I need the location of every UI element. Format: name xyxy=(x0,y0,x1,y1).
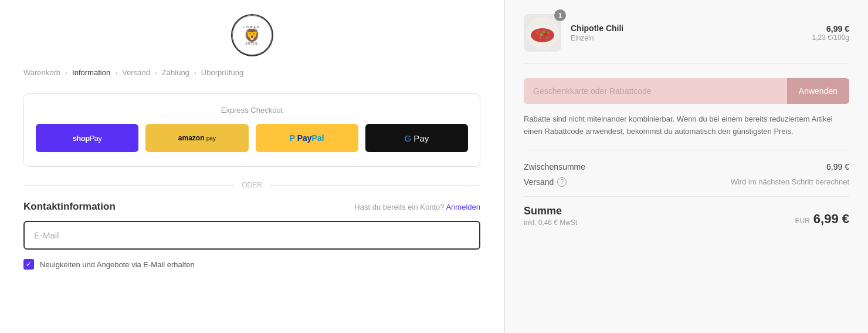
discount-row: Anwenden xyxy=(524,78,849,104)
right-panel: 1 Chipotle Chili Einzeln 6,99 € 1,23 €/1… xyxy=(504,0,868,333)
breadcrumb-sep-1: › xyxy=(65,69,67,77)
shipping-help-icon[interactable]: ? xyxy=(557,177,567,187)
subtotal-value: 6,99 € xyxy=(826,162,849,171)
logo-lion-icon: 🦁 xyxy=(244,29,260,42)
breadcrumb-warenkorb[interactable]: Warenkorb xyxy=(23,68,60,77)
summe-label: Summe xyxy=(524,205,577,217)
svg-point-6 xyxy=(540,33,542,36)
email-input-wrapper[interactable] xyxy=(23,221,480,250)
svg-point-4 xyxy=(539,36,541,39)
discount-input[interactable] xyxy=(524,78,787,104)
breadcrumb-zahlung[interactable]: Zahlung xyxy=(162,68,189,77)
contact-header: Kontaktinformation Hast du bereits ein K… xyxy=(23,201,480,213)
svg-point-2 xyxy=(536,31,540,35)
shipping-value: Wird im nächsten Schritt berechnet xyxy=(731,177,849,186)
or-divider: ODER xyxy=(23,181,480,189)
product-image-wrapper: 1 xyxy=(524,14,561,52)
summe-row: Summe inkl. 0,46 € MwSt EUR 6,99 € xyxy=(524,205,849,227)
svg-point-1 xyxy=(531,28,554,42)
product-price-unit: 1,23 €/100g xyxy=(812,33,849,42)
amazonpay-label: amazon pay xyxy=(178,134,216,142)
gpay-button[interactable]: G Pay xyxy=(365,124,468,152)
svg-point-9 xyxy=(546,36,548,39)
svg-point-8 xyxy=(535,35,538,38)
breadcrumb-sep-3: › xyxy=(155,69,157,77)
or-text: ODER xyxy=(242,181,262,189)
express-buttons: shopPay amazon pay P PayPal G Pay xyxy=(36,124,468,152)
svg-point-3 xyxy=(542,31,545,33)
svg-point-7 xyxy=(547,32,550,34)
summe-sub: inkl. 0,46 € MwSt xyxy=(524,218,577,227)
product-row: 1 Chipotle Chili Einzeln 6,99 € 1,23 €/1… xyxy=(524,14,849,64)
summe-left: Summe inkl. 0,46 € MwSt xyxy=(524,205,577,227)
breadcrumb: Warenkorb › Information › Versand › Zahl… xyxy=(23,68,480,77)
logo-inner: LÖWEN 🦁 ANTEIL xyxy=(232,15,272,55)
logo: LÖWEN 🦁 ANTEIL xyxy=(231,14,273,56)
shoppay-label: shopPay xyxy=(73,134,102,143)
product-variant: Einzeln xyxy=(571,34,803,42)
product-price-main: 6,99 € xyxy=(812,24,849,33)
breadcrumb-sep-2: › xyxy=(115,69,117,77)
breadcrumb-sep-4: › xyxy=(194,69,196,77)
product-quantity-badge: 1 xyxy=(554,9,566,21)
totals-divider xyxy=(524,196,849,197)
product-bowl-icon xyxy=(525,15,560,51)
subtotal-label: Zwischensumme xyxy=(524,162,585,171)
shipping-label: Versand ? xyxy=(524,177,567,187)
product-name: Chipotle Chili xyxy=(571,23,803,33)
logo-container: LÖWEN 🦁 ANTEIL xyxy=(23,14,480,56)
paypal-label: P PayPal xyxy=(290,133,324,143)
left-panel: LÖWEN 🦁 ANTEIL Warenkorb › Information ›… xyxy=(0,0,504,333)
shoppay-button[interactable]: shopPay xyxy=(36,124,138,152)
summe-price-right: EUR 6,99 € xyxy=(795,211,849,227)
summe-currency: EUR xyxy=(795,217,809,225)
product-image xyxy=(524,14,561,52)
express-title: Express Checkout xyxy=(36,106,468,115)
discount-apply-button[interactable]: Anwenden xyxy=(787,78,849,104)
gpay-label: G Pay xyxy=(405,133,429,143)
shipping-row: Versand ? Wird im nächsten Schritt berec… xyxy=(524,177,849,187)
breadcrumb-information[interactable]: Information xyxy=(72,68,110,77)
totals-section: Zwischensumme 6,99 € Versand ? Wird im n… xyxy=(524,162,849,187)
express-checkout-section: Express Checkout shopPay amazon pay P Pa… xyxy=(23,93,480,167)
breadcrumb-ueberpruefung[interactable]: Überprüfung xyxy=(201,68,243,77)
subtotal-row: Zwischensumme 6,99 € xyxy=(524,162,849,171)
product-price-section: 6,99 € 1,23 €/100g xyxy=(812,24,849,42)
product-info: Chipotle Chili Einzeln xyxy=(571,23,803,42)
newsletter-checkbox[interactable]: ✓ xyxy=(23,259,34,270)
newsletter-label: Neuigkeiten und Angebote via E-Mail erha… xyxy=(40,260,195,269)
newsletter-row: ✓ Neuigkeiten und Angebote via E-Mail er… xyxy=(23,259,480,270)
discount-info-text: Rabatte sind nicht miteinander kombinier… xyxy=(524,113,849,150)
svg-point-5 xyxy=(544,33,548,36)
paypal-button[interactable]: P PayPal xyxy=(256,124,358,152)
existing-account-text: Hast du bereits ein Konto? Anmelden xyxy=(354,203,480,211)
login-link[interactable]: Anmelden xyxy=(446,203,480,211)
email-input[interactable] xyxy=(34,230,470,240)
amazonpay-button[interactable]: amazon pay xyxy=(145,124,248,152)
summe-price: 6,99 € xyxy=(813,211,849,227)
contact-title: Kontaktinformation xyxy=(23,201,116,213)
breadcrumb-versand[interactable]: Versand xyxy=(122,68,150,77)
logo-text-bottom: ANTEIL xyxy=(246,42,259,45)
